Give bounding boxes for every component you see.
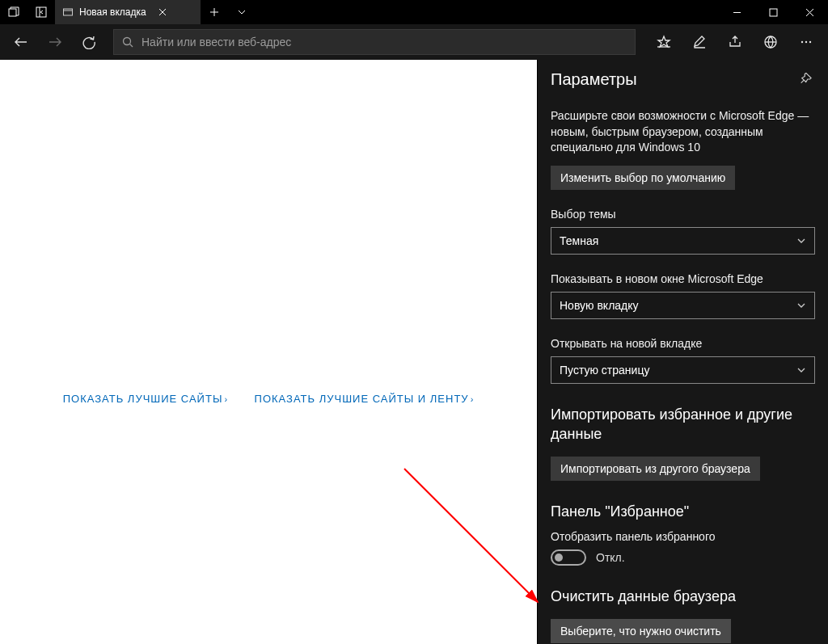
address-bar[interactable]: Найти или ввести веб-адрес	[113, 29, 636, 55]
promo-text: Расширьте свои возможности с Microsoft E…	[551, 108, 815, 156]
svg-rect-0	[9, 9, 16, 16]
new-tab-button[interactable]	[201, 0, 228, 24]
more-button[interactable]	[789, 26, 823, 58]
svg-point-7	[805, 41, 807, 43]
tab-favicon-icon	[61, 6, 74, 19]
refresh-button[interactable]	[73, 26, 105, 58]
new-tab-label: Открывать на новой вкладке	[551, 337, 815, 350]
address-bar-placeholder: Найти или ввести веб-адрес	[142, 36, 291, 48]
svg-point-4	[124, 38, 131, 45]
favorites-button[interactable]	[647, 26, 681, 58]
hub-button[interactable]	[754, 26, 788, 58]
chevron-down-icon	[796, 365, 806, 375]
chevron-down-icon	[796, 301, 806, 310]
favorites-bar-toggle[interactable]	[551, 549, 586, 566]
open-with-dropdown-value: Новую вкладку	[560, 299, 639, 312]
panel-title: Параметры	[551, 70, 637, 89]
search-icon	[122, 36, 133, 48]
notes-button[interactable]	[682, 26, 716, 58]
titlebar: Новая вкладка	[0, 0, 828, 24]
toolbar: Найти или ввести веб-адрес	[0, 24, 828, 60]
open-with-label: Показывать в новом окне Microsoft Edge	[551, 272, 815, 285]
titlebar-drag-area[interactable]	[256, 0, 719, 24]
svg-rect-3	[770, 9, 777, 16]
back-button[interactable]	[5, 26, 37, 58]
settings-panel: Параметры Расширьте свои возможности с M…	[537, 60, 828, 644]
theme-dropdown[interactable]: Темная	[551, 227, 815, 255]
new-tab-dropdown-value: Пустую страницу	[560, 364, 649, 377]
chevron-right-icon: ›	[224, 394, 228, 404]
window-maximize-button[interactable]	[755, 0, 792, 24]
import-from-browser-button[interactable]: Импортировать из другого браузера	[551, 457, 760, 481]
svg-point-6	[801, 41, 803, 43]
clear-data-heading: Очистить данные браузера	[551, 587, 815, 606]
svg-rect-2	[64, 9, 73, 15]
svg-rect-1	[36, 7, 46, 17]
toggle-knob	[555, 554, 563, 562]
forward-button[interactable]	[39, 26, 71, 58]
theme-dropdown-value: Темная	[560, 234, 598, 247]
new-tab-dropdown[interactable]: Пустую страницу	[551, 356, 815, 384]
favorites-toggle-label: Отобразить панель избранного	[551, 530, 815, 543]
browser-tab[interactable]: Новая вкладка	[55, 0, 201, 24]
tab-title: Новая вкладка	[79, 6, 146, 18]
show-top-sites-feed-link[interactable]: ПОКАЗАТЬ ЛУЧШИЕ САЙТЫ И ЛЕНТУ›	[255, 393, 475, 405]
theme-label: Выбор темы	[551, 208, 815, 221]
window-minimize-button[interactable]	[719, 0, 755, 24]
svg-point-8	[809, 41, 811, 43]
favorites-heading: Панель "Избранное"	[551, 502, 815, 521]
tabs-overview-button[interactable]	[0, 0, 27, 24]
set-aside-tabs-button[interactable]	[27, 0, 55, 24]
tab-close-button[interactable]	[151, 1, 174, 23]
pin-panel-button[interactable]	[794, 68, 817, 90]
toggle-state-text: Откл.	[596, 551, 625, 564]
share-button[interactable]	[718, 26, 752, 58]
show-top-sites-link[interactable]: ПОКАЗАТЬ ЛУЧШИЕ САЙТЫ›	[63, 393, 228, 405]
choose-what-to-clear-button[interactable]: Выберите, что нужно очистить	[551, 619, 731, 643]
change-default-browser-button[interactable]: Изменить выбор по умолчанию	[551, 166, 735, 190]
open-with-dropdown[interactable]: Новую вкладку	[551, 292, 815, 319]
new-tab-dropdown-button[interactable]	[228, 0, 256, 24]
chevron-right-icon: ›	[471, 394, 475, 404]
window-close-button[interactable]	[792, 0, 828, 24]
import-heading: Импортировать избранное и другие данные	[551, 405, 815, 444]
chevron-down-icon	[796, 236, 806, 246]
